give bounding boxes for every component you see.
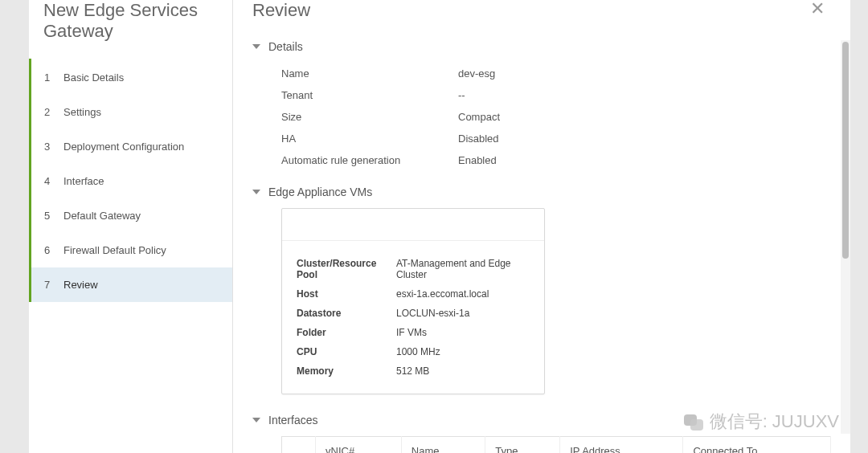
kv-row: Tenant -- (281, 84, 831, 106)
wizard-content: Review ✕ Details Name dev-esg Tenant -- (233, 0, 850, 453)
appliance-row: Datastore LOCLUN-esxi-1a (297, 304, 530, 323)
appliance-label: Folder (297, 327, 396, 338)
table-header-connected: Connected To (683, 437, 831, 454)
step-number: 4 (44, 175, 57, 187)
step-label: Firewall Default Policy (63, 244, 223, 256)
step-label: Deployment Configuration (63, 141, 223, 153)
close-button[interactable]: ✕ (804, 0, 831, 18)
wizard-dialog: New Edge Services Gateway 1 Basic Detail… (29, 0, 850, 453)
step-number: 2 (44, 106, 57, 118)
details-list: Name dev-esg Tenant -- Size Compact HA D… (252, 63, 831, 171)
appliance-value: esxi-1a.eccomat.local (396, 288, 530, 300)
appliance-row: Cluster/Resource Pool AT-Management and … (297, 254, 530, 284)
wizard-steps: 1 Basic Details 2 Settings 3 Deployment … (29, 59, 232, 302)
kv-value: Disabled (458, 133, 499, 145)
step-default-gateway[interactable]: 5 Default Gateway (31, 198, 232, 233)
kv-row: Automatic rule generation Enabled (281, 149, 831, 171)
step-number: 3 (44, 141, 57, 153)
table-header-type: Type (485, 437, 560, 454)
table-header-name: Name (401, 437, 485, 454)
section-heading: Interfaces (268, 414, 317, 426)
kv-label: HA (281, 133, 458, 145)
kv-row: HA Disabled (281, 128, 831, 149)
appliance-label: Datastore (297, 308, 396, 319)
wizard-sidebar: New Edge Services Gateway 1 Basic Detail… (29, 0, 233, 453)
step-label: Review (63, 279, 223, 291)
step-label: Interface (63, 175, 223, 187)
section-header-appliances[interactable]: Edge Appliance VMs (252, 186, 831, 198)
appliance-card: Cluster/Resource Pool AT-Management and … (281, 208, 545, 394)
step-label: Default Gateway (63, 210, 223, 222)
scrollbar-thumb[interactable] (842, 42, 849, 259)
step-settings[interactable]: 2 Settings (31, 95, 232, 129)
kv-label: Size (281, 111, 458, 123)
appliance-row: CPU 1000 MHz (297, 342, 530, 361)
step-number: 1 (44, 71, 57, 84)
section-heading: Details (268, 40, 303, 53)
kv-row: Name dev-esg (281, 63, 831, 84)
appliance-label: CPU (297, 346, 396, 357)
step-label: Basic Details (63, 71, 223, 84)
kv-row: Size Compact (281, 106, 831, 128)
step-basic-details[interactable]: 1 Basic Details (31, 60, 232, 95)
step-deployment-config[interactable]: 3 Deployment Configuration (31, 129, 232, 164)
appliance-row: Memory 512 MB (297, 361, 530, 381)
section-heading: Edge Appliance VMs (268, 186, 372, 198)
page-title: Review (252, 0, 310, 21)
close-icon: ✕ (810, 0, 825, 18)
step-review[interactable]: 7 Review (31, 267, 232, 302)
table-header-ip: IP Address (560, 437, 683, 454)
appliance-label: Memory (297, 365, 396, 377)
kv-value: Compact (458, 111, 500, 123)
table-header-expand (282, 437, 316, 454)
step-number: 7 (44, 279, 57, 291)
content-header: Review ✕ (233, 0, 850, 40)
step-number: 5 (44, 210, 57, 222)
kv-value: -- (458, 89, 465, 101)
appliance-value: IF VMs (396, 327, 530, 338)
appliance-tabs (282, 209, 544, 241)
kv-label: Name (281, 67, 458, 80)
interfaces-table: vNIC# Name Type IP Address Connected To (281, 436, 831, 453)
step-label: Settings (63, 106, 223, 118)
wizard-title: New Edge Services Gateway (29, 0, 232, 59)
appliance-row: Host esxi-1a.eccomat.local (297, 284, 530, 304)
step-number: 6 (44, 244, 57, 256)
appliance-body: Cluster/Resource Pool AT-Management and … (282, 241, 544, 394)
step-interface[interactable]: 4 Interface (31, 164, 232, 198)
section-header-interfaces[interactable]: Interfaces (252, 414, 831, 426)
appliance-value: 1000 MHz (396, 346, 530, 357)
appliance-label: Cluster/Resource Pool (297, 258, 396, 280)
appliance-row: Folder IF VMs (297, 323, 530, 342)
appliance-label: Host (297, 288, 396, 300)
appliance-value: 512 MB (396, 365, 530, 377)
chevron-down-icon (252, 190, 260, 194)
kv-value: Enabled (458, 154, 497, 166)
appliance-value: AT-Management and Edge Cluster (396, 258, 530, 280)
chevron-down-icon (252, 418, 260, 422)
kv-label: Tenant (281, 89, 458, 101)
kv-value: dev-esg (458, 67, 495, 80)
section-header-details[interactable]: Details (252, 40, 831, 53)
review-scroll-area[interactable]: Details Name dev-esg Tenant -- Size Comp… (233, 40, 850, 453)
chevron-down-icon (252, 44, 260, 49)
kv-label: Automatic rule generation (281, 154, 458, 166)
step-firewall-policy[interactable]: 6 Firewall Default Policy (31, 233, 232, 267)
appliance-value: LOCLUN-esxi-1a (396, 308, 530, 319)
table-header-vnic: vNIC# (316, 437, 402, 454)
